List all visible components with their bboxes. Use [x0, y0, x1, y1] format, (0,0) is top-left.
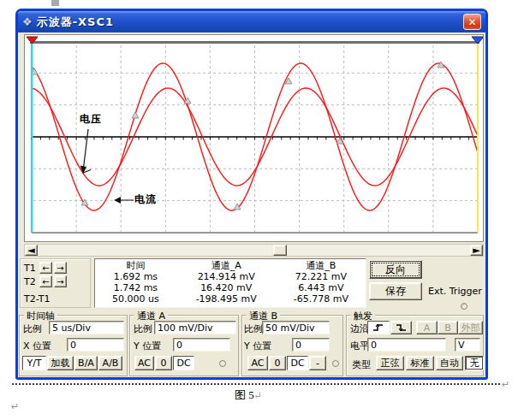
- scope-plot: [25, 35, 483, 241]
- timebase-scale-label: 比例: [23, 322, 42, 335]
- oscilloscope-icon: ❖: [22, 15, 33, 28]
- page-margin-mark: [51, 0, 59, 6]
- client-area: 电压 电流 ◄ ► T1 ← → T2 ← → T2-T1: [18, 33, 485, 377]
- scroll-right-button[interactable]: ►: [470, 245, 483, 256]
- current-annotation: 电流: [134, 192, 157, 207]
- scrollbar-thumb[interactable]: [273, 245, 287, 256]
- diff-channel-a: -198.495 mV: [176, 293, 277, 305]
- readout-row-t2: 1.742 ms 16.420 mV 6.443 mV: [95, 282, 366, 293]
- rising-edge-icon: [372, 323, 384, 332]
- cursor-track-bar: [30, 41, 479, 44]
- scroll-right-icon: ►: [473, 245, 479, 256]
- channel-a-scale-input[interactable]: 100 mV/Div: [154, 321, 236, 334]
- t1-right-button[interactable]: →: [54, 262, 67, 274]
- t2-time: 1.742 ms: [95, 282, 176, 293]
- t1-right-icon: →: [57, 263, 63, 273]
- mode-ba-button[interactable]: B/A: [74, 356, 98, 370]
- title-bar[interactable]: ❖ 示波器-XSC1 ✕: [18, 11, 485, 33]
- scroll-left-icon: ◄: [27, 245, 34, 256]
- channel-a-zero-button[interactable]: 0: [155, 356, 172, 370]
- t1-channel-a: 214.914 mV: [176, 271, 277, 282]
- t1-channel-b: 72.221 mV: [277, 271, 366, 282]
- t2-label: T2: [24, 276, 36, 287]
- channel-b-terminal[interactable]: [332, 360, 339, 367]
- t2-channel-a: 16.420 mV: [176, 282, 277, 293]
- trigger-group: 触发 边沿 A B 外部 电平 0: [346, 315, 484, 376]
- timebase-xpos-input[interactable]: 0: [67, 338, 124, 352]
- trace-marker: [132, 112, 139, 118]
- t1-left-icon: ←: [42, 263, 49, 273]
- rising-edge-button[interactable]: [367, 321, 390, 334]
- trigger-type-none-button[interactable]: 无: [465, 356, 484, 370]
- trigger-level-unit[interactable]: V: [455, 338, 480, 352]
- oscilloscope-window: ❖ 示波器-XSC1 ✕ 电压 电流 ◄ ► T1 ← → T2: [15, 9, 488, 380]
- caption-text: 图 5: [235, 388, 254, 401]
- channel-b-minus-button[interactable]: -: [309, 356, 326, 370]
- channel-a-scale-label: 比例: [134, 322, 152, 335]
- horizontal-scrollbar[interactable]: ◄ ►: [24, 244, 484, 257]
- paragraph-mark: ↵: [502, 379, 509, 390]
- t1-left-button[interactable]: ←: [39, 262, 52, 274]
- channel-a-ac-button[interactable]: AC: [134, 356, 154, 370]
- channel-b-ypos-input[interactable]: 0: [292, 338, 330, 352]
- mode-ab-button[interactable]: A/B: [98, 356, 122, 370]
- reverse-button[interactable]: 反向: [369, 260, 422, 279]
- ext-trigger-label: Ext. Trigger: [428, 286, 482, 297]
- t2-left-button[interactable]: ←: [39, 275, 52, 287]
- trigger-level-input[interactable]: 0: [367, 338, 446, 352]
- channel-a-group: 通道 A 比例 100 mV/Div Y 位置 0 AC 0 DC: [129, 315, 239, 376]
- figure-caption: 图 5↵: [197, 387, 300, 403]
- trigger-type-label: 类型: [352, 358, 371, 371]
- close-button[interactable]: ✕: [463, 14, 481, 30]
- t1-label: T1: [24, 263, 36, 274]
- scope-display: 电压 电流: [24, 34, 484, 242]
- document-dashed-boundary: [12, 383, 500, 385]
- save-button[interactable]: 保存: [369, 282, 422, 300]
- window-title: 示波器-XSC1: [37, 15, 114, 30]
- channel-a-dc-button[interactable]: DC: [173, 356, 194, 370]
- paragraph-mark: ↵: [11, 401, 19, 412]
- readout-header-time: 时间: [95, 260, 176, 271]
- t2-left-icon: ←: [42, 277, 49, 287]
- channel-a-ypos-input[interactable]: 0: [173, 338, 230, 352]
- t2-channel-b: 6.443 mV: [277, 282, 366, 293]
- t2-right-button[interactable]: →: [54, 275, 67, 287]
- channel-b-dc-button[interactable]: DC: [287, 356, 308, 370]
- channel-b-ypos-label: Y 位置: [244, 340, 271, 352]
- channel-b-zero-button[interactable]: 0: [269, 356, 286, 370]
- t1-time: 1.692 ms: [95, 271, 176, 282]
- trigger-level-label: 电平: [350, 340, 369, 352]
- channel-b-ac-button[interactable]: AC: [247, 356, 268, 370]
- voltage-annotation: 电压: [80, 112, 102, 127]
- diff-channel-b: -65.778 mV: [277, 293, 366, 305]
- timebase-group: 时间轴 比例 5 us/Div X 位置 0 Y/T 加载 B/A A/B: [19, 315, 128, 376]
- timebase-scale-input[interactable]: 5 us/Div: [49, 321, 124, 334]
- readout-header-channel-a: 通道_A: [176, 260, 277, 271]
- readout-header-channel-b: 通道_B: [277, 260, 366, 271]
- voltage-arrow: [84, 129, 89, 168]
- falling-edge-icon: [396, 323, 408, 332]
- trigger-source-b-button[interactable]: B: [438, 321, 458, 334]
- scroll-left-button[interactable]: ◄: [25, 245, 38, 256]
- trigger-edge-label: 边沿: [350, 322, 369, 335]
- channel-a-terminal[interactable]: [219, 360, 226, 367]
- cursor-panel: T1 ← → T2 ← → T2-T1: [20, 258, 91, 308]
- mode-yt-button[interactable]: Y/T: [22, 356, 46, 370]
- channel-b-group: 通道 B 比例 50 mV/Div Y 位置 0 AC 0 DC -: [241, 315, 343, 376]
- readout-table: 时间 通道_A 通道_B 1.692 ms 214.914 mV 72.221 …: [95, 260, 366, 305]
- falling-edge-button[interactable]: [390, 321, 412, 334]
- channel-b-scale-label: 比例: [244, 322, 263, 335]
- ext-trigger-terminal[interactable]: [461, 303, 467, 310]
- trigger-type-auto-button[interactable]: 自动: [436, 356, 463, 370]
- cursor-readout: 时间 通道_A 通道_B 1.692 ms 214.914 mV 72.221 …: [94, 258, 366, 308]
- trigger-source-ext-button[interactable]: 外部: [458, 321, 483, 334]
- mode-add-button[interactable]: 加载: [47, 356, 74, 370]
- diff-time: 50.000 us: [95, 293, 176, 305]
- current-arrowhead: [114, 197, 121, 204]
- trigger-type-normal-button[interactable]: 标准: [406, 356, 434, 370]
- trigger-type-sine-button[interactable]: 正弦: [376, 356, 404, 370]
- channel-b-scale-input[interactable]: 50 mV/Div: [262, 321, 330, 334]
- readout-row-t2-t1: 50.000 us -198.495 mV -65.778 mV: [95, 293, 366, 305]
- readout-row-t1: 1.692 ms 214.914 mV 72.221 mV: [95, 271, 366, 282]
- trigger-source-a-button[interactable]: A: [416, 321, 438, 334]
